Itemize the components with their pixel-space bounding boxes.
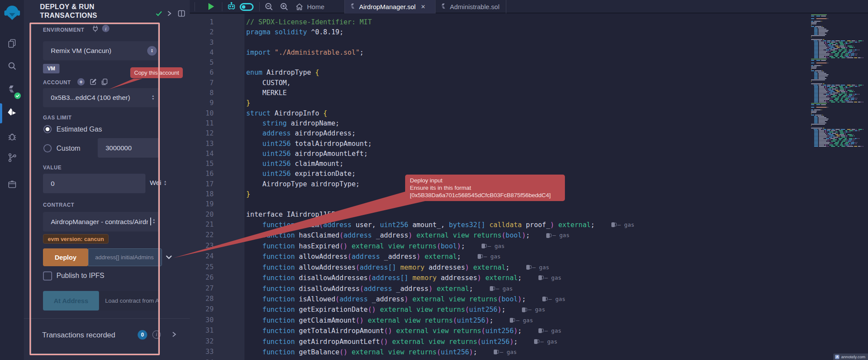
run-script-play-button[interactable] [208,3,214,10]
watermark-logo: A [835,355,839,359]
account-value: 0x5B3...eddC4 (100 ether) [43,94,130,102]
tab-administrable[interactable]: Administrable.sol [436,0,506,13]
vm-badge: VM [43,64,59,73]
text-cursor [150,218,151,225]
solidity-file-icon [350,3,356,10]
account-stepper-icon[interactable]: ▲▼ [152,95,155,100]
plugin-manager-icon[interactable] [0,176,24,193]
publish-ipfs-checkbox[interactable] [43,271,52,281]
code-line: 13 uint256 totalAirdropAmount; [190,139,634,149]
custom-gas-label: Custom [56,145,80,152]
gas-estimate-chip: – gas [546,230,569,240]
code-line: 25 function allowAddresses(address[] mem… [190,262,634,273]
deploy-expand-chevron-icon[interactable] [165,255,172,259]
code-line: 33 function getBalance() external view r… [190,347,634,357]
value-unit-select[interactable]: Wei [150,179,161,187]
remix-logo-icon[interactable] [0,4,24,22]
copy-account-icon[interactable] [101,78,108,86]
custom-gas-input[interactable]: 3000000 [98,138,160,158]
deploy-button[interactable]: Deploy [43,248,88,266]
code-line: 32 function getAirdropAmountLeft() exter… [190,337,634,347]
zoom-in-icon[interactable] [280,2,289,11]
watermark: A annotely.com [833,353,868,360]
transactions-expand-icon[interactable] [172,331,177,338]
code-line: 27 function disallowAddress(address _add… [190,284,634,294]
editor-tabbar [190,0,868,13]
search-icon[interactable] [0,57,24,75]
at-address-button[interactable]: At Address [43,291,99,310]
code-line: 10struct AirdropInfo { [190,109,634,119]
compile-success-badge [14,92,21,99]
remix-ide-window: DEPLOY & RUN TRANSACTIONS ENVIRONMENT i … [0,0,868,360]
code-line: 7 CUSTOM, [190,78,634,88]
code-line: 12 address airdropAddress; [190,129,634,139]
environment-label: ENVIRONMENT [43,27,84,33]
add-account-icon[interactable]: + [77,78,85,86]
panel-check-icon [154,9,164,18]
code-line: 20interface IAirdrop1155 { [190,210,634,220]
code-line: 28 function isAllowed(address _address) … [190,294,634,304]
toolbar-separator [222,2,222,11]
custom-gas-radio[interactable] [43,144,52,152]
account-select[interactable]: 0x5B3...eddC4 (100 ether) ▲▼ [43,88,160,107]
git-icon[interactable] [0,149,24,166]
gas-estimate-chip: – gas [494,347,517,357]
code-line: 2pragma solidity ^0.8.19; [190,27,634,37]
value-input[interactable]: 0 [43,174,145,193]
minimap[interactable] [811,14,864,147]
code-line: 29 function getExpirationDate() external… [190,304,634,315]
debugger-icon[interactable] [0,128,24,145]
fuel-pump-icon [534,339,538,344]
close-tab-icon[interactable]: ✕ [421,3,426,10]
deploy-input-tooltip: Deploy input Ensure its in this format [… [405,175,565,201]
environment-stepper-icon[interactable]: ▲▼ [147,46,157,56]
estimated-gas-radio[interactable] [43,125,52,133]
solidity-compiler-icon[interactable] [0,81,24,99]
at-address-input[interactable]: Load contract from Addres [99,291,160,310]
edit-account-icon[interactable] [89,78,97,86]
tab-home[interactable]: Home [295,0,339,13]
contract-select[interactable]: AirdropManager - contracts/Airdro ▲▼ [43,212,160,231]
deploy-args-input[interactable]: address[] initialAdmins [88,248,162,266]
panel-pin-icon[interactable] [177,9,186,18]
fuel-pump-icon [494,350,497,354]
environment-value: Remix VM (Cancun) [43,47,112,55]
value-unit-stepper-icon[interactable]: ▲▼ [164,180,167,186]
custom-gas-value: 3000000 [98,144,132,152]
transactions-info-icon[interactable]: i [152,330,161,339]
home-icon [295,3,304,11]
environment-select[interactable]: Remix VM (Cancun) ▲▼ [43,41,160,60]
gas-estimate-chip: – gas [538,273,561,283]
gas-estimate-chip: – gas [534,337,557,347]
code-line: 26 function disallowAddresses(address[] … [190,273,634,283]
environment-info-icon[interactable]: i [102,25,109,32]
contract-stepper-icon[interactable]: ▲▼ [152,218,155,224]
plug-icon[interactable] [92,25,99,32]
gas-estimate-chip: – gas [510,315,533,325]
code-line: 11 string airdropName; [190,119,634,129]
toolbar-separator [259,2,260,11]
code-line: 24 function allowAddress(address _addres… [190,251,634,262]
fuel-pump-icon [542,297,546,301]
code-line: 1// SPDX-License-Identifier: MIT [190,17,634,27]
panel-title: DEPLOY & RUN TRANSACTIONS [40,3,97,20]
fuel-pump-icon [546,233,550,238]
deploy-run-icon[interactable] [0,104,24,122]
deploy-run-panel: DEPLOY & RUN TRANSACTIONS ENVIRONMENT i … [24,0,190,360]
ai-copilot-icon[interactable] [227,2,236,11]
value-label: VALUE [43,165,62,171]
code-line: 15 uint256 claimAmount; [190,159,634,169]
file-explorer-icon[interactable] [0,35,24,52]
fuel-pump-icon [611,222,615,227]
deploy-args-placeholder: address[] initialAdmins [89,254,154,261]
fuel-pump-icon [526,265,530,270]
fuel-pump-icon [490,286,493,291]
code-line: 9} [190,98,634,108]
gas-estimate-chip: – gas [478,251,501,261]
gas-estimate-chip: – gas [611,220,634,230]
value-amount: 0 [43,180,55,188]
panel-expand-icon[interactable] [165,9,174,18]
copilot-toggle[interactable] [240,3,254,11]
tab-airdropmanager[interactable]: AirdropManager.sol ✕ [345,0,435,13]
zoom-out-icon[interactable] [264,2,274,11]
